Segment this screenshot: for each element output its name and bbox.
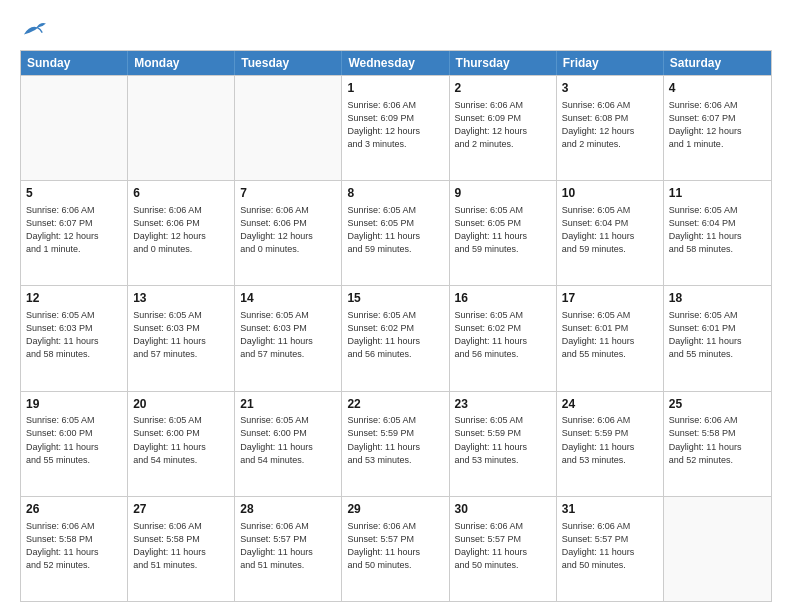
day-number: 9 <box>455 185 551 202</box>
empty-cell <box>235 76 342 180</box>
header-day-friday: Friday <box>557 51 664 75</box>
day-number: 28 <box>240 501 336 518</box>
day-info: Sunrise: 6:06 AM Sunset: 5:57 PM Dayligh… <box>347 520 443 572</box>
calendar-body: 1Sunrise: 6:06 AM Sunset: 6:09 PM Daylig… <box>21 75 771 601</box>
week-row-1: 1Sunrise: 6:06 AM Sunset: 6:09 PM Daylig… <box>21 75 771 180</box>
day-cell-31: 31Sunrise: 6:06 AM Sunset: 5:57 PM Dayli… <box>557 497 664 601</box>
day-number: 26 <box>26 501 122 518</box>
day-cell-12: 12Sunrise: 6:05 AM Sunset: 6:03 PM Dayli… <box>21 286 128 390</box>
day-info: Sunrise: 6:05 AM Sunset: 6:01 PM Dayligh… <box>669 309 766 361</box>
day-cell-14: 14Sunrise: 6:05 AM Sunset: 6:03 PM Dayli… <box>235 286 342 390</box>
day-info: Sunrise: 6:06 AM Sunset: 5:57 PM Dayligh… <box>240 520 336 572</box>
day-cell-1: 1Sunrise: 6:06 AM Sunset: 6:09 PM Daylig… <box>342 76 449 180</box>
day-number: 22 <box>347 396 443 413</box>
day-cell-7: 7Sunrise: 6:06 AM Sunset: 6:06 PM Daylig… <box>235 181 342 285</box>
day-info: Sunrise: 6:06 AM Sunset: 6:06 PM Dayligh… <box>133 204 229 256</box>
day-cell-5: 5Sunrise: 6:06 AM Sunset: 6:07 PM Daylig… <box>21 181 128 285</box>
day-number: 17 <box>562 290 658 307</box>
day-info: Sunrise: 6:06 AM Sunset: 5:58 PM Dayligh… <box>26 520 122 572</box>
day-number: 27 <box>133 501 229 518</box>
week-row-4: 19Sunrise: 6:05 AM Sunset: 6:00 PM Dayli… <box>21 391 771 496</box>
day-number: 13 <box>133 290 229 307</box>
day-info: Sunrise: 6:06 AM Sunset: 6:08 PM Dayligh… <box>562 99 658 151</box>
day-number: 14 <box>240 290 336 307</box>
day-info: Sunrise: 6:05 AM Sunset: 6:04 PM Dayligh… <box>669 204 766 256</box>
day-number: 7 <box>240 185 336 202</box>
day-info: Sunrise: 6:05 AM Sunset: 6:02 PM Dayligh… <box>455 309 551 361</box>
day-info: Sunrise: 6:05 AM Sunset: 6:02 PM Dayligh… <box>347 309 443 361</box>
header-day-saturday: Saturday <box>664 51 771 75</box>
day-number: 4 <box>669 80 766 97</box>
day-info: Sunrise: 6:05 AM Sunset: 6:00 PM Dayligh… <box>133 414 229 466</box>
day-number: 10 <box>562 185 658 202</box>
day-cell-28: 28Sunrise: 6:06 AM Sunset: 5:57 PM Dayli… <box>235 497 342 601</box>
day-info: Sunrise: 6:06 AM Sunset: 6:09 PM Dayligh… <box>347 99 443 151</box>
day-number: 15 <box>347 290 443 307</box>
day-number: 6 <box>133 185 229 202</box>
day-cell-23: 23Sunrise: 6:05 AM Sunset: 5:59 PM Dayli… <box>450 392 557 496</box>
day-number: 31 <box>562 501 658 518</box>
day-cell-19: 19Sunrise: 6:05 AM Sunset: 6:00 PM Dayli… <box>21 392 128 496</box>
day-info: Sunrise: 6:06 AM Sunset: 5:57 PM Dayligh… <box>455 520 551 572</box>
day-cell-6: 6Sunrise: 6:06 AM Sunset: 6:06 PM Daylig… <box>128 181 235 285</box>
day-number: 5 <box>26 185 122 202</box>
header-day-sunday: Sunday <box>21 51 128 75</box>
day-info: Sunrise: 6:05 AM Sunset: 6:00 PM Dayligh… <box>26 414 122 466</box>
day-cell-21: 21Sunrise: 6:05 AM Sunset: 6:00 PM Dayli… <box>235 392 342 496</box>
day-number: 19 <box>26 396 122 413</box>
calendar: SundayMondayTuesdayWednesdayThursdayFrid… <box>20 50 772 602</box>
day-number: 1 <box>347 80 443 97</box>
day-info: Sunrise: 6:05 AM Sunset: 6:05 PM Dayligh… <box>455 204 551 256</box>
day-cell-27: 27Sunrise: 6:06 AM Sunset: 5:58 PM Dayli… <box>128 497 235 601</box>
day-info: Sunrise: 6:06 AM Sunset: 6:07 PM Dayligh… <box>669 99 766 151</box>
day-cell-25: 25Sunrise: 6:06 AM Sunset: 5:58 PM Dayli… <box>664 392 771 496</box>
day-cell-30: 30Sunrise: 6:06 AM Sunset: 5:57 PM Dayli… <box>450 497 557 601</box>
week-row-5: 26Sunrise: 6:06 AM Sunset: 5:58 PM Dayli… <box>21 496 771 601</box>
day-cell-29: 29Sunrise: 6:06 AM Sunset: 5:57 PM Dayli… <box>342 497 449 601</box>
week-row-2: 5Sunrise: 6:06 AM Sunset: 6:07 PM Daylig… <box>21 180 771 285</box>
header-day-monday: Monday <box>128 51 235 75</box>
day-cell-16: 16Sunrise: 6:05 AM Sunset: 6:02 PM Dayli… <box>450 286 557 390</box>
day-cell-9: 9Sunrise: 6:05 AM Sunset: 6:05 PM Daylig… <box>450 181 557 285</box>
day-info: Sunrise: 6:05 AM Sunset: 6:05 PM Dayligh… <box>347 204 443 256</box>
day-info: Sunrise: 6:05 AM Sunset: 6:04 PM Dayligh… <box>562 204 658 256</box>
day-number: 24 <box>562 396 658 413</box>
day-number: 20 <box>133 396 229 413</box>
day-info: Sunrise: 6:05 AM Sunset: 6:03 PM Dayligh… <box>240 309 336 361</box>
logo <box>20 18 50 40</box>
day-cell-18: 18Sunrise: 6:05 AM Sunset: 6:01 PM Dayli… <box>664 286 771 390</box>
day-info: Sunrise: 6:05 AM Sunset: 5:59 PM Dayligh… <box>455 414 551 466</box>
day-cell-20: 20Sunrise: 6:05 AM Sunset: 6:00 PM Dayli… <box>128 392 235 496</box>
day-number: 3 <box>562 80 658 97</box>
day-number: 21 <box>240 396 336 413</box>
header-day-tuesday: Tuesday <box>235 51 342 75</box>
day-number: 30 <box>455 501 551 518</box>
day-number: 12 <box>26 290 122 307</box>
day-number: 29 <box>347 501 443 518</box>
header-day-wednesday: Wednesday <box>342 51 449 75</box>
empty-cell <box>664 497 771 601</box>
day-info: Sunrise: 6:06 AM Sunset: 5:57 PM Dayligh… <box>562 520 658 572</box>
day-cell-13: 13Sunrise: 6:05 AM Sunset: 6:03 PM Dayli… <box>128 286 235 390</box>
day-cell-26: 26Sunrise: 6:06 AM Sunset: 5:58 PM Dayli… <box>21 497 128 601</box>
day-cell-10: 10Sunrise: 6:05 AM Sunset: 6:04 PM Dayli… <box>557 181 664 285</box>
day-info: Sunrise: 6:05 AM Sunset: 6:00 PM Dayligh… <box>240 414 336 466</box>
day-cell-4: 4Sunrise: 6:06 AM Sunset: 6:07 PM Daylig… <box>664 76 771 180</box>
day-number: 18 <box>669 290 766 307</box>
day-cell-15: 15Sunrise: 6:05 AM Sunset: 6:02 PM Dayli… <box>342 286 449 390</box>
calendar-header-row: SundayMondayTuesdayWednesdayThursdayFrid… <box>21 51 771 75</box>
week-row-3: 12Sunrise: 6:05 AM Sunset: 6:03 PM Dayli… <box>21 285 771 390</box>
day-info: Sunrise: 6:06 AM Sunset: 6:07 PM Dayligh… <box>26 204 122 256</box>
day-cell-24: 24Sunrise: 6:06 AM Sunset: 5:59 PM Dayli… <box>557 392 664 496</box>
day-number: 23 <box>455 396 551 413</box>
day-info: Sunrise: 6:06 AM Sunset: 6:09 PM Dayligh… <box>455 99 551 151</box>
day-info: Sunrise: 6:05 AM Sunset: 5:59 PM Dayligh… <box>347 414 443 466</box>
day-info: Sunrise: 6:06 AM Sunset: 6:06 PM Dayligh… <box>240 204 336 256</box>
day-number: 2 <box>455 80 551 97</box>
empty-cell <box>21 76 128 180</box>
day-cell-11: 11Sunrise: 6:05 AM Sunset: 6:04 PM Dayli… <box>664 181 771 285</box>
day-cell-17: 17Sunrise: 6:05 AM Sunset: 6:01 PM Dayli… <box>557 286 664 390</box>
day-info: Sunrise: 6:06 AM Sunset: 5:58 PM Dayligh… <box>133 520 229 572</box>
day-info: Sunrise: 6:06 AM Sunset: 5:58 PM Dayligh… <box>669 414 766 466</box>
day-info: Sunrise: 6:05 AM Sunset: 6:03 PM Dayligh… <box>26 309 122 361</box>
